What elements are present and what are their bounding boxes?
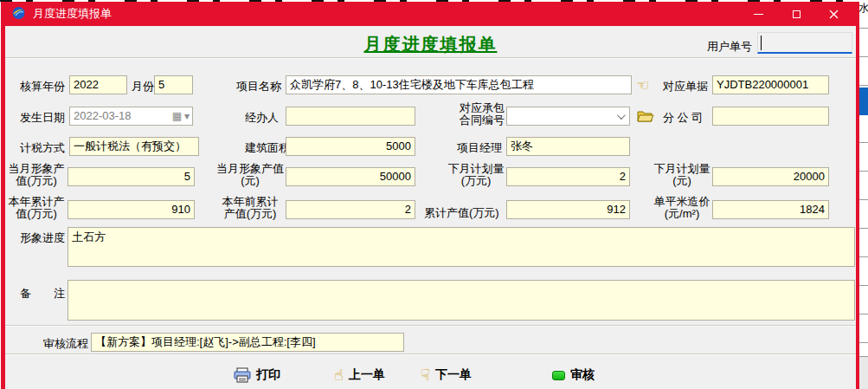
maximize-icon — [793, 10, 800, 18]
audit-status-icon — [552, 371, 565, 380]
tax-method-field[interactable]: 一般计税法（有预交） — [69, 137, 199, 156]
occur-date-picker[interactable]: 2022-03-18 ▦ ▾ — [69, 107, 193, 126]
next-month-plan-wan-field[interactable]: 2 — [506, 167, 630, 186]
audit-flow-label: 审核流程 — [43, 336, 88, 352]
divider — [5, 325, 856, 327]
contract-no-combobox[interactable] — [506, 107, 630, 126]
before-year-total-label: 本年前累计 产值(万元) — [216, 196, 284, 220]
related-doc-label: 对应单据 — [663, 79, 708, 94]
print-label: 打印 — [256, 367, 280, 383]
hand-down-icon: ☟ — [421, 367, 430, 383]
handler-label: 经办人 — [245, 110, 279, 126]
close-icon — [829, 10, 839, 19]
total-output-label: 累计产值(万元) — [424, 205, 499, 221]
next-month-plan-yuan-label: 下月计划量 (元) — [653, 163, 710, 187]
remark-textarea[interactable] — [68, 280, 855, 321]
month-output-yuan-label: 当月形象产值 (元) — [216, 163, 284, 187]
window-border — [856, 26, 859, 389]
branch-label: 分 公 司 — [663, 110, 703, 126]
accounting-year-field[interactable]: 2022 — [69, 75, 127, 94]
minimize-button[interactable] — [743, 2, 773, 26]
building-area-label: 建筑面积 — [245, 140, 290, 156]
titlebar — [1, 2, 859, 26]
project-name-label: 项目名称 — [236, 79, 281, 94]
background-cell-text: 水 — [858, 1, 868, 16]
previous-doc-label: 上一单 — [349, 367, 385, 383]
next-month-plan-wan-label: 下月计划量 (万元) — [447, 163, 505, 187]
year-total-wan-label: 本年累计产 值(万元) — [7, 196, 66, 220]
print-button[interactable]: 打印 — [234, 365, 280, 386]
building-area-field[interactable]: 5000 — [286, 137, 415, 156]
unit-cost-field[interactable]: 1824 — [712, 200, 829, 219]
printer-icon — [234, 367, 251, 383]
maximize-button[interactable] — [781, 2, 811, 26]
divider — [5, 353, 856, 355]
next-doc-label: 下一单 — [435, 367, 472, 383]
minimize-icon — [754, 14, 763, 15]
project-manager-label: 项目经理 — [457, 140, 502, 156]
project-manager-field[interactable]: 张冬 — [506, 137, 630, 156]
year-total-wan-field[interactable]: 910 — [68, 200, 195, 219]
previous-doc-button[interactable]: ☝ 上一单 — [334, 365, 385, 386]
month-output-yuan-field[interactable]: 50000 — [286, 167, 415, 186]
progress-label: 形象进度 — [20, 230, 65, 246]
audit-flow-field[interactable]: 【新方案】项目经理:[赵飞]->副总工程:[李四] — [91, 333, 404, 352]
folder-icon[interactable] — [637, 109, 654, 123]
background-selected-cell — [859, 88, 868, 115]
audit-label: 审核 — [570, 367, 595, 383]
remark-label: 备 注 — [20, 286, 65, 301]
close-button[interactable] — [819, 2, 848, 26]
app-logo-icon — [11, 5, 26, 20]
dropdown-arrow-icon: ▾ — [184, 107, 190, 125]
handler-field[interactable] — [286, 107, 415, 126]
month-output-wan-field[interactable]: 5 — [68, 167, 195, 186]
unit-cost-label: 单平米造价 (元/m²) — [653, 196, 710, 220]
before-year-total-field[interactable]: 2 — [286, 200, 415, 219]
accounting-year-label: 核算年份 — [20, 79, 65, 94]
month-label: 月份 — [132, 79, 154, 94]
audit-button[interactable]: 审核 — [552, 365, 595, 386]
month-field[interactable]: 5 — [154, 75, 193, 94]
chevron-down-icon — [617, 111, 626, 120]
background-spreadsheet — [859, 0, 868, 389]
occur-date-label: 发生日期 — [20, 110, 65, 126]
screen: 水 月度进度填报单 月度进度填报单 用户单号 核算年份 2022 月份 5 项目… — [0, 0, 868, 389]
month-output-wan-label: 当月形象产 值(万元) — [7, 163, 66, 187]
total-output-field[interactable]: 912 — [506, 200, 630, 219]
contract-no-label: 对应承包 合同编号 — [457, 102, 507, 126]
project-name-field[interactable]: 众凯学府7、8、10-13住宅楼及地下车库总包工程 — [286, 75, 632, 94]
hand-up-icon: ☝ — [334, 367, 344, 383]
calendar-icon: ▦ — [172, 107, 182, 125]
user-no-label: 用户单号 — [707, 39, 752, 55]
related-doc-field[interactable]: YJDTB220000001 — [712, 75, 829, 94]
next-doc-button[interactable]: ☟ 下一单 — [421, 365, 472, 386]
background-bottom-block — [859, 356, 868, 389]
divider — [5, 57, 856, 59]
tax-method-label: 计税方式 — [20, 140, 65, 156]
window-title: 月度进度填报单 — [33, 6, 112, 22]
text-caret — [761, 36, 762, 50]
hand-left-icon[interactable]: ☜ — [636, 78, 649, 93]
user-no-input[interactable] — [757, 32, 852, 54]
branch-field[interactable] — [712, 107, 829, 126]
next-month-plan-yuan-field[interactable]: 20000 — [712, 167, 829, 186]
progress-textarea[interactable]: 土石方 — [68, 227, 855, 267]
